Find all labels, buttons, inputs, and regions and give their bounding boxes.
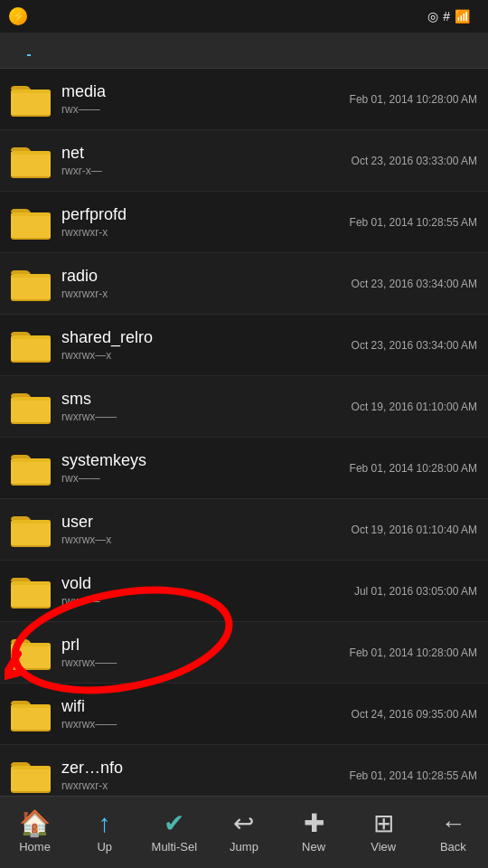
nav-new[interactable]: ✚ New: [286, 811, 341, 854]
svg-rect-32: [11, 708, 51, 730]
file-perms: rwx——: [61, 595, 343, 608]
folder-icon: [11, 267, 51, 301]
status-left: ⚡: [9, 7, 33, 25]
nav-multi-sel[interactable]: ✔ Multi-Sel: [147, 811, 202, 854]
file-perms: rwxrwx—x: [61, 533, 341, 546]
hash-icon: #: [443, 9, 450, 24]
file-info: radio rwxrwxr-x: [61, 267, 341, 301]
nav-home[interactable]: 🏠 Home: [8, 811, 62, 854]
nav-jump[interactable]: ↩ Jump: [217, 811, 271, 854]
svg-rect-8: [11, 216, 51, 238]
file-date: Oct 23, 2016 03:34:00 AM: [352, 339, 477, 352]
target-icon: ◎: [427, 9, 438, 24]
svg-rect-23: [11, 524, 51, 545]
file-date: Oct 23, 2016 03:34:00 AM: [352, 278, 477, 290]
list-item[interactable]: wifi rwxrwx—— Oct 24, 2016 09:35:00 AM: [0, 684, 488, 745]
file-perms: rwxrwx——: [61, 656, 339, 669]
file-date: Feb 01, 2014 10:28:00 AM: [350, 93, 477, 106]
list-item[interactable]: sms rwxrwx—— Oct 19, 2016 01:10:00 AM: [0, 376, 488, 438]
file-date: Jul 01, 2016 03:05:00 AM: [354, 585, 477, 598]
svg-rect-5: [11, 155, 51, 176]
list-item[interactable]: media rwx—— Feb 01, 2014 10:28:00 AM: [0, 69, 488, 130]
file-date: Oct 23, 2016 03:33:00 AM: [352, 155, 477, 167]
home-icon: 🏠: [19, 811, 51, 836]
folder-icon: [11, 697, 51, 731]
folder-icon: [11, 759, 51, 793]
flash-icon: ⚡: [9, 7, 27, 25]
file-date: Feb 01, 2014 10:28:55 AM: [350, 769, 477, 782]
tab-misc[interactable]: [49, 46, 52, 55]
file-perms: rwx——: [61, 472, 339, 485]
tab-bar: [0, 33, 488, 69]
multi-sel-label: Multi-Sel: [152, 840, 198, 854]
file-info: wifi rwxrwx——: [61, 697, 341, 731]
list-item[interactable]: user rwxrwx—x Oct 19, 2016 01:10:40 AM: [0, 499, 488, 561]
file-name: radio: [61, 267, 341, 287]
file-info: vold rwx——: [61, 574, 343, 609]
up-icon: ↑: [99, 811, 111, 836]
svg-rect-11: [11, 278, 51, 299]
bottom-nav: 🏠 Home ↑ Up ✔ Multi-Sel ↩ Jump ✚ New ⊞ V…: [0, 796, 488, 868]
list-item[interactable]: shared_relro rwxrwx—x Oct 23, 2016 03:34…: [0, 315, 488, 376]
folder-icon: [11, 636, 51, 670]
file-info: net rwxr-x—: [61, 144, 341, 178]
back-label: Back: [440, 840, 466, 854]
svg-rect-20: [11, 462, 51, 484]
folder-icon: [11, 328, 51, 363]
home-label: Home: [19, 840, 51, 854]
file-perms: rwxrwxr-x: [61, 226, 339, 239]
file-name: perfprofd: [61, 205, 339, 225]
view-label: View: [371, 840, 396, 854]
file-perms: rwxrwx——: [61, 410, 341, 423]
file-name: shared_relro: [61, 328, 341, 348]
file-name: vold: [61, 574, 343, 594]
file-name: media: [61, 82, 339, 102]
file-info: perfprofd rwxrwxr-x: [61, 205, 339, 240]
new-icon: ✚: [304, 811, 324, 836]
folder-icon: [11, 574, 51, 609]
folder-icon: [11, 82, 51, 117]
folder-icon: [11, 513, 51, 547]
list-item[interactable]: zer…nfo rwxrwxr-x Feb 01, 2014 10:28:55 …: [0, 745, 488, 796]
jump-icon: ↩: [233, 811, 254, 836]
list-item[interactable]: prl rwxrwx—— Feb 01, 2014 10:28:00 AM: [0, 622, 488, 684]
svg-rect-2: [11, 93, 51, 115]
jump-label: Jump: [230, 840, 258, 854]
file-info: zer…nfo rwxrwxr-x: [61, 759, 339, 793]
file-date: Feb 01, 2014 10:28:00 AM: [350, 462, 477, 475]
svg-rect-29: [11, 646, 51, 668]
folder-icon: [11, 205, 51, 240]
file-perms: rwxrwx——: [61, 718, 341, 731]
file-info: sms rwxrwx——: [61, 390, 341, 424]
list-item[interactable]: systemkeys rwx—— Feb 01, 2014 10:28:00 A…: [0, 438, 488, 499]
list-item[interactable]: radio rwxrwxr-x Oct 23, 2016 03:34:00 AM: [0, 253, 488, 315]
file-perms: rwxrwx—x: [61, 349, 341, 362]
file-perms: rwxrwxr-x: [61, 779, 339, 792]
nav-back[interactable]: ← Back: [426, 811, 480, 854]
svg-rect-35: [11, 769, 51, 791]
file-date: Oct 19, 2016 01:10:00 AM: [352, 401, 477, 413]
folder-icon: [11, 390, 51, 424]
svg-rect-14: [11, 339, 51, 361]
signal-icon: 📶: [455, 9, 470, 24]
nav-view[interactable]: ⊞ View: [356, 811, 410, 854]
file-name: net: [61, 144, 341, 164]
folder-icon: [11, 451, 51, 486]
file-perms: rwxrwxr-x: [61, 288, 341, 300]
file-name: prl: [61, 636, 339, 656]
file-info: prl rwxrwx——: [61, 636, 339, 670]
status-bar: ⚡ ◎ # 📶: [0, 0, 488, 33]
nav-up[interactable]: ↑ Up: [78, 811, 132, 854]
file-perms: rwx——: [61, 103, 339, 116]
up-label: Up: [97, 840, 112, 854]
folder-icon: [11, 144, 51, 178]
file-name: wifi: [61, 697, 341, 717]
list-item[interactable]: perfprofd rwxrwxr-x Feb 01, 2014 10:28:5…: [0, 192, 488, 253]
svg-rect-17: [11, 401, 51, 422]
file-date: Oct 19, 2016 01:10:40 AM: [352, 524, 477, 536]
svg-rect-26: [11, 585, 51, 607]
list-item[interactable]: net rwxr-x— Oct 23, 2016 03:33:00 AM: [0, 130, 488, 192]
list-item[interactable]: vold rwx—— Jul 01, 2016 03:05:00 AM: [0, 561, 488, 622]
back-icon: ←: [440, 811, 465, 836]
tab-data[interactable]: [27, 45, 31, 56]
